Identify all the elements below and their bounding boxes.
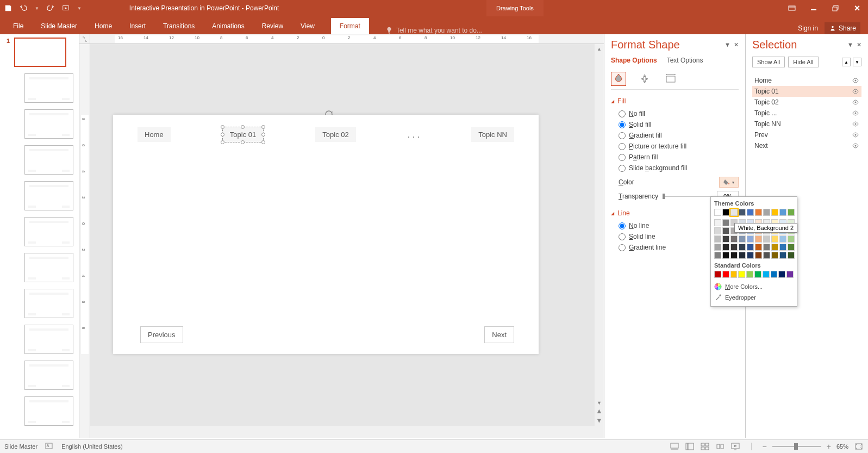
- radio-no-fill[interactable]: No fill: [619, 108, 739, 119]
- selection-handle-icon[interactable]: [261, 133, 265, 136]
- color-swatch-cell[interactable]: [763, 209, 770, 216]
- zoom-out-icon[interactable]: −: [763, 442, 767, 451]
- radio-picture-fill[interactable]: Picture or texture fill: [619, 141, 739, 152]
- color-swatch-cell[interactable]: [779, 235, 786, 243]
- sign-in-link[interactable]: Sign in: [798, 24, 818, 32]
- show-all-button[interactable]: Show All: [752, 57, 785, 67]
- color-swatch-cell[interactable]: [714, 271, 721, 278]
- minimize-icon[interactable]: [803, 0, 825, 16]
- visibility-icon[interactable]: [852, 121, 859, 127]
- color-swatch-cell[interactable]: [730, 271, 738, 278]
- color-swatch-cell[interactable]: [788, 209, 795, 216]
- tab-view[interactable]: View: [292, 18, 323, 34]
- zoom-in-icon[interactable]: +: [827, 442, 831, 451]
- vertical-scrollbar[interactable]: ▲ ▼ ⯅ ⯆: [595, 44, 604, 426]
- thumbnail-slide[interactable]: [0, 286, 79, 321]
- fill-section-header[interactable]: ◢ Fill: [611, 97, 739, 105]
- color-swatch-cell[interactable]: [722, 252, 729, 259]
- color-swatch-cell[interactable]: [779, 252, 786, 259]
- tab-insert[interactable]: Insert: [121, 18, 154, 34]
- thumbnail-slide[interactable]: [0, 70, 79, 106]
- visibility-icon[interactable]: [852, 78, 859, 83]
- nav-topic-nn[interactable]: Topic NN: [471, 127, 514, 142]
- eyedropper-button[interactable]: Eyedropper: [714, 292, 794, 303]
- color-swatch-cell[interactable]: [739, 252, 746, 259]
- next-button[interactable]: Next: [484, 326, 514, 343]
- selection-item[interactable]: Topic 02: [752, 97, 861, 108]
- color-swatch-cell[interactable]: [788, 244, 795, 251]
- tab-shape-options[interactable]: Shape Options: [611, 57, 657, 64]
- selection-handle-icon[interactable]: [221, 140, 224, 144]
- close-icon[interactable]: ×: [846, 0, 868, 16]
- tab-slide-master[interactable]: Slide Master: [32, 18, 86, 34]
- selection-item[interactable]: Topic NN: [752, 119, 861, 129]
- color-swatch-cell[interactable]: [755, 244, 762, 251]
- pane-close-icon[interactable]: ✕: [857, 41, 861, 48]
- color-swatch-cell[interactable]: [788, 252, 795, 259]
- color-swatch-cell[interactable]: [722, 219, 729, 226]
- hide-all-button[interactable]: Hide All: [788, 57, 818, 67]
- more-colors-button[interactable]: More Colors...: [714, 281, 794, 292]
- color-swatch-cell[interactable]: [714, 244, 721, 251]
- selection-item[interactable]: Topic ...: [752, 108, 861, 119]
- selection-handle-icon[interactable]: [241, 140, 245, 144]
- color-swatch-cell[interactable]: [771, 209, 778, 216]
- tab-review[interactable]: Review: [253, 18, 292, 34]
- zoom-level[interactable]: 65%: [836, 443, 848, 450]
- selection-handle-icon[interactable]: [261, 125, 265, 129]
- color-swatch-cell[interactable]: [722, 271, 729, 278]
- color-swatch-cell[interactable]: [722, 209, 729, 216]
- thumbnail-slide[interactable]: [0, 250, 79, 286]
- fill-color-button[interactable]: ▼: [719, 177, 739, 188]
- color-swatch-cell[interactable]: [763, 235, 770, 243]
- tab-text-options[interactable]: Text Options: [667, 57, 703, 64]
- redo-icon[interactable]: [47, 4, 54, 12]
- selection-handle-icon[interactable]: [221, 133, 224, 136]
- selection-item[interactable]: Topic 01: [752, 86, 861, 97]
- visibility-icon[interactable]: [852, 100, 859, 105]
- slide-canvas[interactable]: Home Topic 01 Topic 02: [90, 44, 595, 426]
- visibility-icon[interactable]: [852, 89, 859, 94]
- tab-file[interactable]: File: [4, 18, 32, 34]
- color-swatch-cell[interactable]: [779, 209, 786, 216]
- slideshow-view-icon[interactable]: [730, 442, 740, 451]
- color-swatch-cell[interactable]: [730, 244, 738, 251]
- color-swatch-cell[interactable]: [754, 271, 761, 278]
- normal-view-icon[interactable]: [685, 442, 695, 451]
- spelling-icon[interactable]: [45, 442, 54, 451]
- color-swatch-cell[interactable]: [763, 252, 770, 259]
- color-swatch-cell[interactable]: [747, 235, 754, 243]
- vertical-ruler[interactable]: 864202468: [79, 44, 90, 426]
- scroll-down-icon[interactable]: ▼: [595, 399, 604, 407]
- pane-close-icon[interactable]: ✕: [734, 41, 739, 48]
- pane-options-icon[interactable]: ▼: [847, 41, 853, 48]
- color-swatch-cell[interactable]: [722, 244, 729, 251]
- transparency-slider[interactable]: [663, 196, 713, 197]
- next-slide-icon[interactable]: ⯆: [595, 416, 604, 425]
- ribbon-display-options-icon[interactable]: [781, 0, 803, 16]
- color-swatch-cell[interactable]: [786, 271, 794, 278]
- effects-icon[interactable]: [637, 72, 652, 86]
- thumbnail-slide[interactable]: 1: [0, 34, 79, 70]
- color-swatch-cell[interactable]: [730, 235, 738, 243]
- radio-slide-bg-fill[interactable]: Slide background fill: [619, 163, 739, 173]
- nav-home[interactable]: Home: [138, 127, 171, 142]
- color-swatch-cell[interactable]: [714, 219, 721, 226]
- visibility-icon[interactable]: [852, 143, 859, 148]
- radio-pattern-fill[interactable]: Pattern fill: [619, 152, 739, 163]
- visibility-icon[interactable]: [852, 110, 859, 116]
- color-swatch-cell[interactable]: [730, 252, 738, 259]
- selection-handle-icon[interactable]: [261, 140, 265, 144]
- color-swatch-cell[interactable]: [747, 244, 754, 251]
- fill-line-icon[interactable]: [611, 72, 626, 86]
- ruler-corner[interactable]: [79, 34, 90, 44]
- restore-icon[interactable]: [825, 0, 846, 16]
- nav-topic-02[interactable]: Topic 02: [315, 127, 355, 142]
- color-swatch-cell[interactable]: [714, 235, 721, 243]
- selection-item[interactable]: Home: [752, 75, 861, 86]
- undo-icon[interactable]: [20, 4, 27, 12]
- thumbnail-slide[interactable]: [0, 106, 79, 142]
- color-swatch-cell[interactable]: [730, 209, 738, 216]
- notes-button-icon[interactable]: [670, 442, 679, 451]
- color-swatch-cell[interactable]: [739, 209, 746, 216]
